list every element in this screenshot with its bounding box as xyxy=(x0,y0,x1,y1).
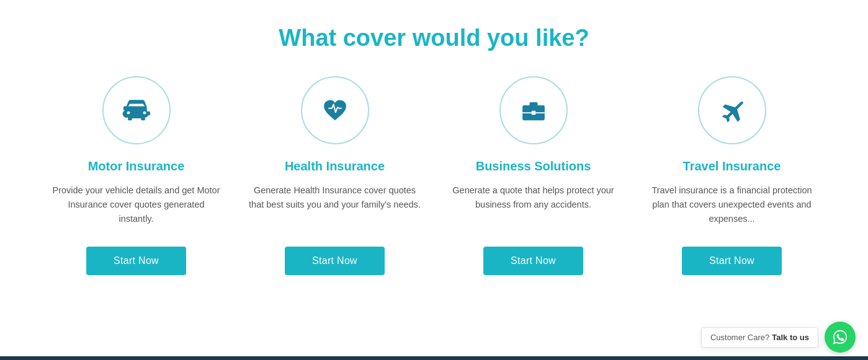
briefcase-icon xyxy=(517,94,550,126)
travel-title: Travel Insurance xyxy=(683,159,781,173)
motor-description: Provide your vehicle details and get Mot… xyxy=(50,183,223,228)
health-title: Health Insurance xyxy=(285,159,385,173)
bottom-bar xyxy=(0,356,868,360)
customer-care-bar: Customer Care? Talk to us xyxy=(701,327,818,348)
business-title: Business Solutions xyxy=(476,159,591,173)
motor-title: Motor Insurance xyxy=(88,159,185,173)
motor-start-now-button[interactable]: Start Now xyxy=(86,247,186,275)
business-icon-circle xyxy=(499,76,568,144)
motor-icon-circle xyxy=(102,76,171,144)
customer-care-link[interactable]: Talk to us xyxy=(772,333,809,342)
business-start-now-button[interactable]: Start Now xyxy=(483,247,583,275)
page-title: What cover would you like? xyxy=(279,25,589,51)
travel-insurance-card: Travel Insurance Travel insurance is a f… xyxy=(645,76,819,275)
travel-start-now-button[interactable]: Start Now xyxy=(682,247,782,275)
travel-description: Travel insurance is a financial protecti… xyxy=(645,183,819,228)
whatsapp-icon xyxy=(831,328,849,346)
health-icon-circle xyxy=(301,76,369,144)
page-wrapper: What cover would you like? Motor Insuran… xyxy=(0,0,868,360)
business-description: Generate a quote that helps protect your… xyxy=(447,183,620,228)
motor-insurance-card: Motor Insurance Provide your vehicle det… xyxy=(50,76,223,275)
svg-rect-2 xyxy=(531,111,535,115)
health-description: Generate Health Insurance cover quotes t… xyxy=(248,183,422,228)
business-solutions-card: Business Solutions Generate a quote that… xyxy=(447,76,620,275)
customer-care-label: Customer Care? xyxy=(710,333,769,342)
plane-icon xyxy=(716,94,748,126)
health-insurance-card: Health Insurance Generate Health Insuran… xyxy=(248,76,422,275)
car-icon xyxy=(120,94,153,126)
travel-icon-circle xyxy=(698,76,766,144)
health-icon xyxy=(319,94,351,126)
whatsapp-button[interactable] xyxy=(825,322,856,353)
health-start-now-button[interactable]: Start Now xyxy=(285,247,385,275)
cards-container: Motor Insurance Provide your vehicle det… xyxy=(31,76,838,275)
